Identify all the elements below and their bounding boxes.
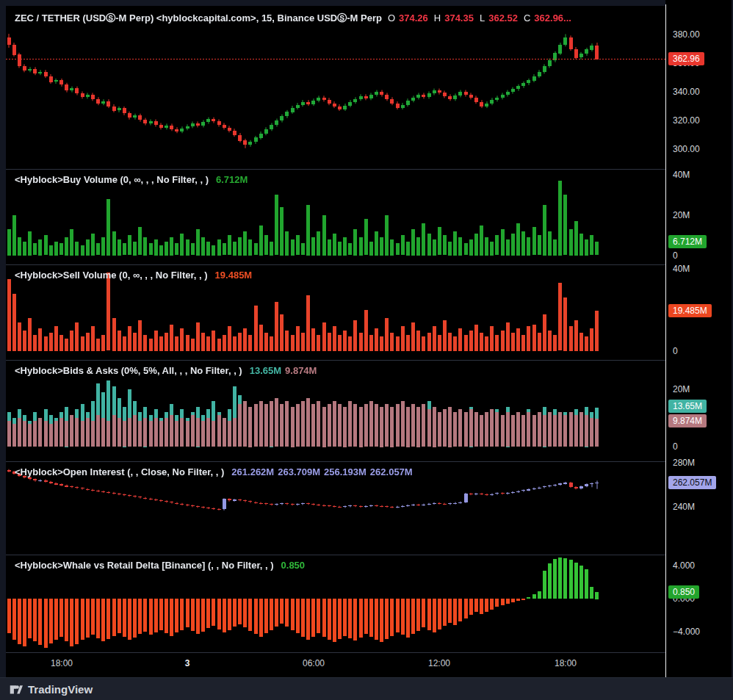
sell-volume-legend-value: 19.485M <box>215 270 253 281</box>
tradingview-watermark[interactable]: TradingView <box>28 683 93 696</box>
price-legend[interactable]: ZEC / TETHER (USDⓈ-M Perp) <hyblockcapit… <box>15 12 571 25</box>
price-axis-label: 300.00 <box>673 143 700 155</box>
open-interest-legend-title: <Hyblock>Open Interest (, , Close, No Fi… <box>15 466 224 477</box>
sell-volume-axis-label: 0 <box>673 345 678 357</box>
axis-border <box>665 4 666 677</box>
price-legend-value: 374.35 <box>444 12 474 24</box>
open-interest-legend-value: 261.262M <box>231 466 274 477</box>
open-interest-axis-label: 280M <box>673 457 695 469</box>
price-axis[interactable]: 380.00360.00340.00320.00300.00362.9640M2… <box>665 0 732 677</box>
bids-asks-price-badge: 9.874M <box>668 414 707 427</box>
sell-volume-legend-title: <Hyblock>Sell Volume (0, ∞, , , No Filte… <box>15 270 208 281</box>
time-axis-label: 18:00 <box>51 658 73 668</box>
bids-asks-price-badge: 13.65M <box>668 400 707 413</box>
buy-volume-legend-value: 6.712M <box>216 174 248 185</box>
open-interest-legend-value: 262.057M <box>370 466 413 477</box>
buy-volume-axis-label: 0 <box>673 250 678 261</box>
sell-volume-price-badge: 19.485M <box>668 304 712 317</box>
price-legend-label: O <box>388 12 395 24</box>
bids-asks-axis-label: 0 <box>673 441 678 452</box>
pane-separator[interactable] <box>6 555 665 555</box>
time-axis-label: 18:00 <box>555 658 577 668</box>
price-legend-value: 362.52 <box>488 12 518 24</box>
time-axis-label: 3 <box>185 658 190 668</box>
open-interest-legend-value: 256.193M <box>324 466 366 477</box>
buy-volume-axis-label: 20M <box>673 209 690 221</box>
price-legend-label: L <box>480 12 485 24</box>
buy-volume-axis-label: 40M <box>673 169 690 181</box>
open-interest-price-badge: 262.057M <box>668 476 716 489</box>
pane-separator[interactable] <box>6 652 665 653</box>
pane-separator[interactable] <box>6 360 665 361</box>
sell-volume-axis-label: 40M <box>673 263 690 275</box>
time-axis[interactable]: 18:00306:0012:0018:00 <box>6 652 665 677</box>
price-axis-label: 380.00 <box>673 29 700 40</box>
bids-asks-legend-title: <Hyblock>Bids & Asks (0%, 5%, All, , , N… <box>15 365 242 376</box>
whale-retail-delta-price-badge: 0.850 <box>668 585 699 599</box>
footer-bar: TradingView <box>0 677 733 700</box>
whale-retail-delta-axis-label: −4.000 <box>673 626 700 638</box>
whale-retail-delta-axis-label: 4.000 <box>673 560 695 571</box>
buy-volume-legend-title: <Hyblock>Buy Volume (0, ∞, , , No Filter… <box>15 174 209 185</box>
pane-separator[interactable] <box>6 461 665 462</box>
open-interest-legend[interactable]: <Hyblock>Open Interest (, , Close, No Fi… <box>15 466 413 477</box>
bids-asks-axis-label: 20M <box>673 383 690 395</box>
whale-retail-delta-legend-value: 0.850 <box>281 560 306 571</box>
price-axis-label: 340.00 <box>673 86 700 98</box>
price-legend-label: C <box>524 12 530 24</box>
time-axis-label: 06:00 <box>303 658 325 668</box>
price-legend-value: 362.96... <box>534 12 571 24</box>
bids-asks-legend-value: 13.65M <box>250 365 281 376</box>
price-legend-title: ZEC / TETHER (USDⓈ-M Perp) <hyblockcapit… <box>15 12 382 24</box>
buy-volume-price-badge: 6.712M <box>668 235 707 248</box>
bids-asks-legend[interactable]: <Hyblock>Bids & Asks (0%, 5%, All, , , N… <box>15 365 317 376</box>
bids-asks-legend-value: 9.874M <box>285 365 317 376</box>
price-axis-label: 320.00 <box>673 115 700 126</box>
buy-volume-legend[interactable]: <Hyblock>Buy Volume (0, ∞, , , No Filter… <box>15 174 248 185</box>
open-interest-legend-value: 263.709M <box>278 466 320 477</box>
chart-window: 380.00360.00340.00320.00300.00362.9640M2… <box>0 0 733 700</box>
pane-separator[interactable] <box>6 264 665 265</box>
whale-retail-delta-legend[interactable]: <Hyblock>Whale vs Retail Delta [Binance]… <box>15 560 305 571</box>
price-legend-value: 374.26 <box>399 12 428 24</box>
price-legend-label: H <box>434 12 441 24</box>
time-axis-label: 12:00 <box>428 658 450 668</box>
open-interest-axis-label: 240M <box>673 501 695 513</box>
pane-separator[interactable] <box>6 169 665 170</box>
sell-volume-legend[interactable]: <Hyblock>Sell Volume (0, ∞, , , No Filte… <box>15 270 252 281</box>
price-price-badge: 362.96 <box>668 52 704 65</box>
whale-retail-delta-legend-title: <Hyblock>Whale vs Retail Delta [Binance]… <box>15 560 274 571</box>
tradingview-logo[interactable] <box>9 682 23 696</box>
price-pane[interactable] <box>6 6 665 169</box>
